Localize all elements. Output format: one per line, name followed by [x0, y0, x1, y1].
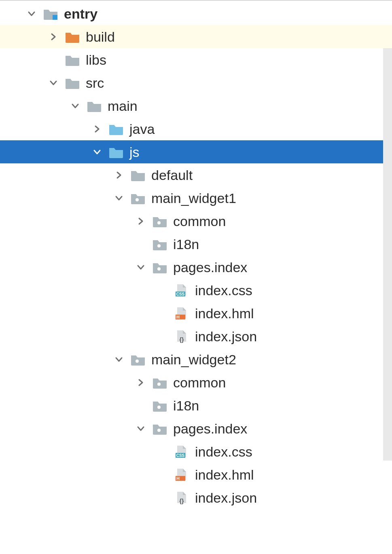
tree-item-label: index.css [195, 283, 252, 297]
chevron-down-icon[interactable] [26, 8, 37, 19]
tree-item-label: i18n [173, 237, 199, 251]
chevron-down-icon[interactable] [113, 354, 125, 365]
tree-row[interactable]: build [0, 25, 392, 48]
chevron-down-icon[interactable] [91, 146, 103, 158]
tree-item-label: js [129, 145, 140, 159]
svg-point-2 [157, 221, 161, 224]
svg-point-1 [136, 198, 139, 201]
svg-text:H: H [176, 476, 180, 481]
folder-grey-icon [65, 76, 80, 90]
tree-item-label: main_widget2 [151, 353, 236, 366]
folder-grey-icon [87, 99, 102, 113]
tree-item-label: main [108, 99, 138, 113]
tree-item-label: java [129, 122, 155, 136]
tree-row[interactable]: default [0, 163, 392, 186]
svg-point-11 [157, 383, 161, 386]
tree-row[interactable]: i18n [0, 233, 392, 256]
svg-point-4 [157, 267, 161, 271]
pkg-grey-icon [130, 353, 146, 366]
svg-point-10 [136, 359, 139, 363]
svg-text:CSS: CSS [176, 453, 185, 458]
tree-item-label: common [173, 376, 226, 389]
tree-row[interactable]: entry [0, 2, 392, 25]
pkg-grey-icon [152, 214, 167, 228]
svg-text:CSS: CSS [176, 292, 185, 296]
folder-grey-icon [65, 53, 80, 67]
svg-text:{}: {} [180, 498, 184, 504]
tree-row[interactable]: {} index.json [0, 325, 392, 348]
scrollbar[interactable] [383, 48, 392, 461]
pkg-grey-icon [152, 237, 167, 251]
svg-point-12 [157, 406, 161, 409]
tree-item-label: index.hml [195, 468, 254, 482]
file-css-icon: CSS [174, 283, 189, 297]
folder-blue-icon [108, 122, 124, 136]
file-css-icon: CSS [174, 445, 189, 459]
tree-row[interactable]: H index.hml [0, 463, 392, 486]
tree-item-label: default [151, 168, 193, 182]
folder-blue-icon [108, 145, 124, 159]
chevron-right-icon[interactable] [135, 216, 146, 227]
tree-row[interactable]: pages.index [0, 256, 392, 279]
tree-row[interactable]: js [0, 140, 392, 163]
tree-row[interactable]: i18n [0, 394, 392, 417]
svg-text:H: H [176, 315, 180, 319]
tree-row[interactable]: H index.hml [0, 302, 392, 325]
tree-row[interactable]: src [0, 71, 392, 94]
pkg-grey-icon [152, 399, 167, 412]
tree-item-label: index.hml [195, 307, 254, 320]
file-tree: entry build libs src main java js defaul… [0, 1, 392, 509]
tree-item-label: entry [64, 7, 97, 21]
tree-row[interactable]: main_widget2 [0, 348, 392, 371]
chevron-right-icon[interactable] [135, 377, 146, 388]
chevron-down-icon[interactable] [135, 423, 146, 434]
chevron-right-icon[interactable] [113, 169, 125, 181]
tree-item-label: pages.index [173, 260, 247, 274]
folder-orange-icon [65, 30, 80, 44]
chevron-down-icon[interactable] [48, 77, 59, 89]
tree-item-label: index.css [195, 445, 252, 459]
tree-row[interactable]: {} index.json [0, 486, 392, 509]
svg-text:{}: {} [180, 336, 184, 343]
tree-item-label: build [86, 30, 115, 44]
tree-row[interactable]: pages.index [0, 417, 392, 440]
chevron-right-icon[interactable] [48, 31, 59, 42]
folder-grey-icon [130, 168, 146, 182]
tree-row[interactable]: java [0, 117, 392, 140]
tree-row[interactable]: CSS index.css [0, 440, 392, 463]
file-json-icon: {} [174, 491, 189, 505]
tree-item-label: src [86, 76, 104, 90]
chevron-down-icon[interactable] [113, 192, 125, 204]
tree-item-label: i18n [173, 399, 199, 412]
file-hml-icon: H [174, 307, 189, 320]
pkg-grey-icon [152, 260, 167, 274]
tree-item-label: libs [86, 53, 106, 67]
chevron-right-icon[interactable] [91, 123, 103, 135]
svg-point-13 [157, 429, 161, 432]
file-json-icon: {} [174, 330, 189, 343]
tree-item-label: common [173, 214, 226, 228]
tree-row[interactable]: common [0, 371, 392, 394]
chevron-down-icon[interactable] [70, 100, 81, 112]
tree-row[interactable]: libs [0, 48, 392, 71]
tree-row[interactable]: CSS index.css [0, 279, 392, 302]
svg-rect-0 [53, 15, 57, 20]
pkg-grey-icon [152, 422, 167, 436]
pkg-grey-icon [152, 376, 167, 389]
file-hml-icon: H [174, 468, 189, 482]
tree-row[interactable]: main [0, 94, 392, 117]
tree-item-label: index.json [195, 491, 257, 505]
tree-item-label: main_widget1 [151, 191, 236, 205]
svg-point-3 [157, 244, 161, 247]
tree-item-label: index.json [195, 330, 257, 343]
tree-row[interactable]: main_widget1 [0, 186, 392, 209]
tree-row[interactable]: common [0, 209, 392, 233]
pkg-grey-icon [130, 191, 146, 205]
chevron-down-icon[interactable] [135, 262, 146, 273]
module-icon [43, 7, 58, 21]
tree-item-label: pages.index [173, 422, 247, 436]
